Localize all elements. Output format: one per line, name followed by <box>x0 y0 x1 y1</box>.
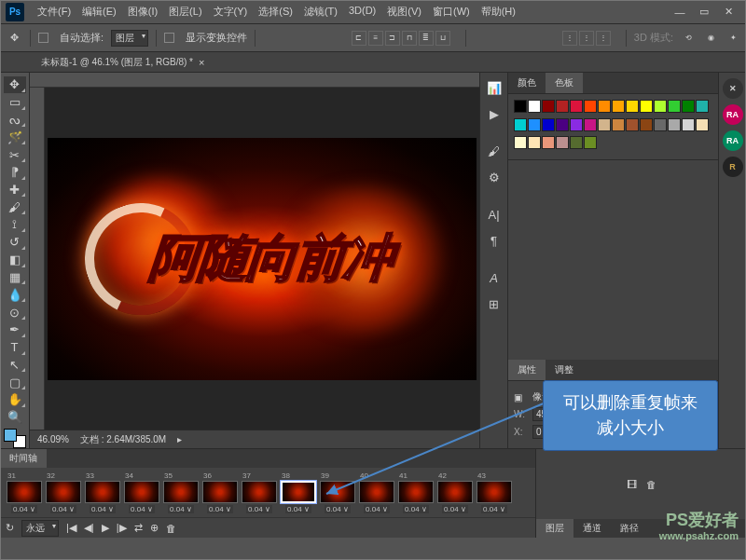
duplicate-frame-button[interactable]: ⊕ <box>150 522 159 534</box>
tab-swatches[interactable]: 色板 <box>546 73 583 93</box>
frame-delay[interactable]: 0.04 ∨ <box>325 505 351 513</box>
swatch[interactable] <box>584 118 597 131</box>
timeline-frame[interactable]: 350.04 ∨ <box>162 471 200 513</box>
menu-item[interactable]: 编辑(E) <box>76 5 122 19</box>
frame-delay[interactable]: 0.04 ∨ <box>285 505 311 513</box>
navigator-icon[interactable]: ▶ <box>485 104 504 123</box>
extension-badge[interactable]: R <box>723 157 743 177</box>
restore-button[interactable]: ▭ <box>692 4 716 20</box>
align-btn[interactable]: ⊏ <box>352 31 366 46</box>
brush-settings-icon[interactable]: ⚙ <box>485 168 504 186</box>
loop-dropdown[interactable]: 永远 <box>21 520 59 537</box>
swatch[interactable] <box>584 136 597 149</box>
tab-color[interactable]: 颜色 <box>508 73 546 93</box>
next-frame-button[interactable]: |▶ <box>117 522 127 534</box>
play-button[interactable]: ▶ <box>102 522 109 534</box>
frame-delay[interactable]: 0.04 ∨ <box>50 505 76 513</box>
dodge-tool[interactable]: ⊙ <box>4 304 26 321</box>
dist-btn[interactable]: ⋮ <box>579 31 594 46</box>
timeline-frame[interactable]: 360.04 ∨ <box>201 471 239 513</box>
brush-tool[interactable]: 🖌 <box>4 198 26 215</box>
menu-item[interactable]: 文件(F) <box>32 5 76 19</box>
swatch[interactable] <box>528 100 541 113</box>
swatch[interactable] <box>654 118 667 131</box>
swatch[interactable] <box>626 100 639 113</box>
lasso-tool[interactable]: ᔓ <box>4 112 26 129</box>
frame-delay[interactable]: 0.04 ∨ <box>90 505 116 513</box>
brush-preset-icon[interactable]: 🖌 <box>485 142 504 160</box>
swatch[interactable] <box>584 100 597 113</box>
character-icon[interactable]: A| <box>485 205 504 224</box>
document-tab[interactable]: 未标题-1 @ 46.1% (图层 1, RGB/8) * × <box>34 54 212 71</box>
crop-tool[interactable]: ✂ <box>4 146 26 163</box>
dist-btn[interactable]: ⋮ <box>596 31 611 46</box>
menu-item[interactable]: 窗口(W) <box>427 5 476 19</box>
3d-btn[interactable]: ✦ <box>725 31 740 46</box>
swatch[interactable] <box>696 100 709 113</box>
close-button[interactable]: ✕ <box>716 4 740 20</box>
frame-delay[interactable]: 0.04 ∨ <box>207 505 233 513</box>
timeline-frame[interactable]: 390.04 ∨ <box>319 471 356 513</box>
align-btn[interactable]: ≡ <box>368 31 383 46</box>
swatch[interactable] <box>598 100 611 113</box>
swatch[interactable] <box>570 136 583 149</box>
delete-frame-button[interactable]: 🗑 <box>166 523 176 534</box>
show-transform-checkbox[interactable] <box>164 33 174 43</box>
frame-delay[interactable]: 0.04 ∨ <box>168 505 194 513</box>
pen-tool[interactable]: ✒ <box>4 321 26 338</box>
timeline-frame[interactable]: 410.04 ∨ <box>397 471 435 513</box>
swatch[interactable] <box>612 100 625 113</box>
eyedropper-tool[interactable]: ⁋ <box>4 164 26 181</box>
tween-button[interactable]: ⇄ <box>134 522 143 534</box>
timeline-frame[interactable]: 430.04 ∨ <box>476 471 513 513</box>
quick-select-tool[interactable]: 🪄 <box>4 129 26 145</box>
swatch[interactable] <box>528 136 541 149</box>
align-btn[interactable]: ⊔ <box>435 31 450 46</box>
tab-paths[interactable]: 路径 <box>611 519 648 538</box>
swatch[interactable] <box>514 100 527 113</box>
tab-timeline[interactable]: 时间轴 <box>0 449 47 468</box>
frame-delay[interactable]: 0.04 ∨ <box>11 505 37 513</box>
swatch[interactable] <box>514 118 527 131</box>
paragraph-icon[interactable]: ¶ <box>485 231 504 250</box>
frame-delay[interactable]: 0.04 ∨ <box>246 505 272 513</box>
menu-item[interactable]: 文字(Y) <box>208 5 254 19</box>
swatch[interactable] <box>570 100 583 113</box>
timeline-frame[interactable]: 400.04 ∨ <box>358 471 395 513</box>
extension-badge[interactable]: ✕ <box>723 78 743 99</box>
menu-item[interactable]: 图像(I) <box>122 5 163 19</box>
timeline-frame[interactable]: 340.04 ∨ <box>123 471 160 513</box>
swatch[interactable] <box>668 118 681 131</box>
convert-icon[interactable]: 🎞 <box>627 479 637 490</box>
gradient-tool[interactable]: ▦ <box>4 269 26 286</box>
menu-item[interactable]: 视图(V) <box>381 5 427 19</box>
auto-select-target-dropdown[interactable]: 图层 <box>111 30 148 47</box>
auto-select-checkbox[interactable] <box>38 33 48 43</box>
frame-delay[interactable]: 0.04 ∨ <box>442 505 468 513</box>
swatch[interactable] <box>542 118 555 131</box>
swatch[interactable] <box>542 100 555 113</box>
align-btn[interactable]: ⊐ <box>385 31 400 46</box>
trash-icon[interactable]: 🗑 <box>646 479 656 490</box>
swatch[interactable] <box>640 118 653 131</box>
styles-icon[interactable]: ⊞ <box>485 294 504 313</box>
frame-delay[interactable]: 0.04 ∨ <box>364 505 390 513</box>
histogram-icon[interactable]: 📊 <box>485 78 504 97</box>
swatch[interactable] <box>514 136 527 149</box>
tab-adjustments[interactable]: 调整 <box>546 360 583 380</box>
glyphs-icon[interactable]: A <box>485 268 504 287</box>
swatch[interactable] <box>570 118 583 131</box>
timeline-frame[interactable]: 320.04 ∨ <box>45 471 82 513</box>
swatch[interactable] <box>640 100 653 113</box>
stamp-tool[interactable]: ⟟ <box>4 216 26 233</box>
menu-item[interactable]: 帮助(H) <box>476 5 521 19</box>
eraser-tool[interactable]: ◧ <box>4 252 26 268</box>
swatch[interactable] <box>626 118 639 131</box>
swatch[interactable] <box>556 100 569 113</box>
blur-tool[interactable]: 💧 <box>4 286 26 303</box>
history-brush-tool[interactable]: ↺ <box>4 234 26 251</box>
swatch[interactable] <box>696 118 709 131</box>
hand-tool[interactable]: ✋ <box>4 391 26 408</box>
swatch[interactable] <box>654 100 667 113</box>
frame-delay[interactable]: 0.04 ∨ <box>403 505 429 513</box>
